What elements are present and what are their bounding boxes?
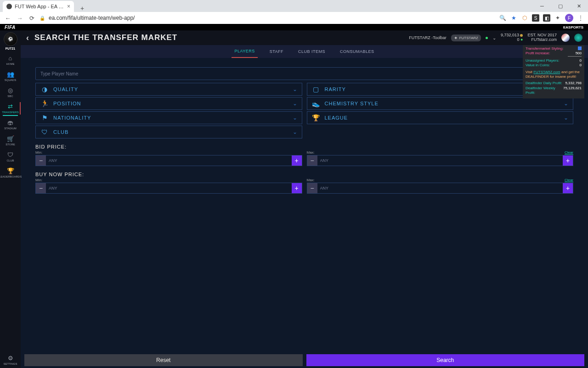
maximize-button[interactable]: ▢ (551, 0, 570, 12)
coin-icon (520, 34, 523, 37)
toolbar-label: FUTSTARZ -Toolbar (409, 35, 446, 40)
chevron-down-icon: ⌄ (293, 115, 297, 121)
buynow-max-input[interactable] (317, 183, 563, 193)
max-label: Max: (307, 150, 315, 155)
decrement-button[interactable]: − (307, 183, 317, 193)
styling-checkbox[interactable] (578, 46, 582, 50)
bid-price-block: BID PRICE: Min: − + Max:Clear − (35, 144, 573, 166)
weekly-profit-label: Dealfinder Weekly Profit: (526, 86, 563, 96)
url-text[interactable]: ea.com/fifa/ultimate-team/web-app/ (49, 15, 495, 21)
sidebar-item-club[interactable]: 🛡CLUB (0, 149, 21, 165)
search-button[interactable]: Search (306, 354, 585, 366)
tab-consumables[interactable]: CONSUMABLES (337, 45, 377, 58)
close-icon[interactable]: × (67, 3, 70, 10)
forward-icon[interactable]: → (16, 15, 24, 22)
futstarz-link[interactable]: FUTSTARZ.com (533, 70, 560, 74)
chevron-down-icon: ⌄ (564, 100, 568, 107)
tab-staff[interactable]: STAFF (267, 45, 286, 58)
decrement-button[interactable]: − (36, 155, 46, 166)
close-button[interactable]: ✕ (570, 0, 588, 12)
sidebar-item-transfers[interactable]: ⇄TRANSFERS (0, 100, 21, 116)
increment-button[interactable]: + (563, 155, 573, 166)
sidebar-item-home[interactable]: ⌂HOME (0, 52, 21, 68)
filter-position[interactable]: 🏃POSITION⌄ (35, 97, 302, 110)
sidebar-item-squads[interactable]: 👥SQUADS (0, 68, 21, 84)
filter-nationality[interactable]: ⚑NATIONALITY⌄ (35, 111, 302, 124)
clear-buynow-link[interactable]: Clear (565, 178, 573, 182)
profile-avatar[interactable]: F (565, 14, 573, 22)
sidebar-item-leaderboards[interactable]: 🏆LEADERBOARDS (0, 165, 21, 181)
easports-logo: EASPORTS (563, 25, 583, 29)
minimize-button[interactable]: ─ (533, 0, 551, 12)
status-dot-icon (486, 37, 488, 39)
extension-icon[interactable]: ◧ (543, 14, 550, 22)
reset-button[interactable]: Reset (24, 354, 303, 366)
chevron-down-icon: ⌄ (564, 115, 568, 121)
star-icon: ✦ (454, 35, 458, 40)
sidebar-item-settings[interactable]: ⚙SETTINGS (0, 352, 21, 368)
extension-icon[interactable]: ⬡ (521, 14, 528, 22)
search-icon[interactable]: 🔍 (499, 14, 506, 22)
chevron-down-icon: ⌄ (293, 129, 297, 135)
chevron-down-icon[interactable]: ⌄ (492, 35, 496, 40)
buynow-price-block: BUY NOW PRICE: Min: − + Max:Clear − (35, 172, 573, 194)
tab-players[interactable]: PLAYERS (232, 45, 257, 58)
favicon-icon (6, 4, 12, 9)
browser-tab[interactable]: FUT Web App - EA SPORTS Offic… × (3, 1, 74, 12)
profit-increase-value: 500 (568, 51, 582, 56)
filter-league[interactable]: 🏆LEAGUE⌄ (307, 111, 574, 124)
futstarz-badge[interactable]: ✦ FUTSTARZ (451, 34, 481, 41)
sidebar: ⚽ FUT21 ⌂HOME 👥SQUADS ◎SBC ⇄TRANSFERS 🏟S… (0, 30, 21, 368)
unassigned-label: Unassigned Players: (526, 58, 559, 63)
buynow-min-input[interactable] (46, 183, 292, 193)
extension-icon[interactable]: S (532, 14, 539, 22)
bid-price-label: BID PRICE: (35, 144, 573, 150)
reload-icon[interactable]: ⟳ (28, 15, 36, 22)
sidebar-item-stadium[interactable]: 🏟STADIUM (0, 116, 21, 132)
sidebar-item-store[interactable]: 🛒STORE (0, 132, 21, 149)
page-title: SEARCH THE TRANSFER MARKET (34, 33, 177, 42)
styling-label: Transfermarket Styling: (526, 46, 563, 51)
decrement-button[interactable]: − (36, 183, 46, 193)
club-crest-icon[interactable] (561, 34, 570, 42)
bottom-bar: Reset Search (21, 352, 588, 368)
squads-icon: 👥 (7, 71, 14, 78)
filter-chemistry[interactable]: 👟CHEMISTRY STYLE⌄ (307, 97, 574, 110)
daily-profit-value: 5,332,798 (565, 81, 582, 86)
filter-club[interactable]: 🛡CLUB⌄ (35, 126, 302, 138)
min-label: Min: (35, 178, 42, 182)
decrement-button[interactable]: − (307, 155, 317, 166)
extensions-icon[interactable]: ✦ (554, 14, 561, 22)
tabs: PLAYERS STAFF CLUB ITEMS CONSUMABLES (21, 45, 588, 58)
player-name-input[interactable] (36, 71, 556, 76)
home-icon: ⌂ (9, 55, 12, 62)
visit-text: Visit FUTSTARZ.com and get the DEALFINDE… (526, 70, 582, 80)
bid-max-input[interactable] (317, 155, 563, 166)
chemistry-icon: 👟 (312, 100, 320, 107)
bid-min-input[interactable] (46, 155, 292, 166)
search-area: 🔍 ◑QUALITY⌄ 🏃POSITION⌄ ⚑NATIONALITY⌄ 🛡CL… (21, 58, 588, 368)
filter-quality[interactable]: ◑QUALITY⌄ (35, 83, 302, 96)
bookmark-icon[interactable]: ★ (510, 14, 517, 22)
clear-bid-link[interactable]: Clear (565, 150, 573, 155)
fifa-top-bar: FIFA EASPORTS (0, 24, 588, 30)
filter-columns: ◑QUALITY⌄ 🏃POSITION⌄ ⚑NATIONALITY⌄ 🛡CLUB… (35, 83, 573, 138)
content: ‹ SEARCH THE TRANSFER MARKET FUTSTARZ -T… (21, 30, 588, 368)
valuecoins-label: Value in Coins: (526, 63, 550, 68)
increment-button[interactable]: + (563, 183, 573, 193)
back-icon[interactable]: ← (4, 15, 12, 22)
back-button[interactable]: ‹ (26, 33, 29, 43)
unassigned-value: 0 (580, 58, 582, 63)
window-controls: ─ ▢ ✕ (533, 0, 588, 12)
increment-button[interactable]: + (292, 183, 302, 193)
fut-token-icon[interactable] (574, 34, 582, 42)
increment-button[interactable]: + (292, 155, 302, 166)
lock-icon: 🔒 (40, 16, 45, 21)
leaderboards-icon: 🏆 (7, 167, 14, 174)
menu-icon[interactable]: ⋮ (577, 14, 584, 22)
tab-club-items[interactable]: CLUB ITEMS (295, 45, 328, 58)
header-right: FUTSTARZ -Toolbar ✦ FUTSTARZ ⌄ 9,732,013… (409, 33, 582, 42)
new-tab-button[interactable]: + (77, 5, 88, 12)
browser-chrome: FUT Web App - EA SPORTS Offic… × + ─ ▢ ✕… (0, 0, 588, 24)
sidebar-item-sbc[interactable]: ◎SBC (0, 84, 21, 100)
